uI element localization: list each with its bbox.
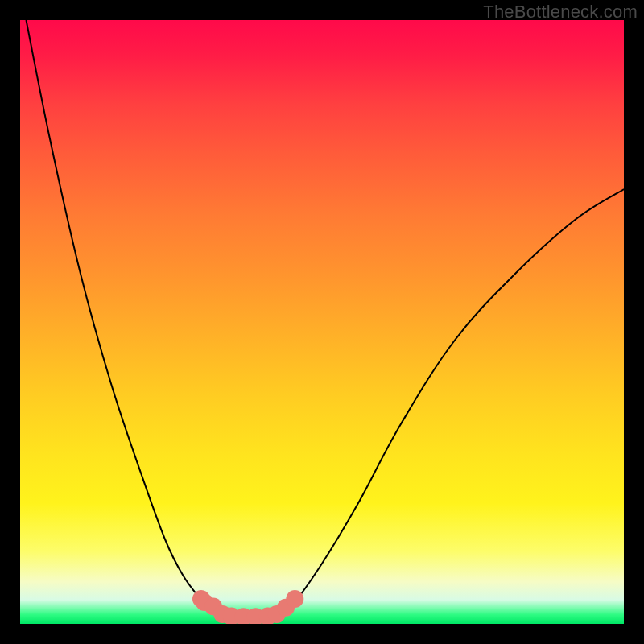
watermark-text: TheBottleneck.com [483, 2, 638, 23]
data-marker [286, 590, 303, 608]
bottleneck-curve-svg [20, 20, 624, 624]
bottleneck-curve [27, 20, 625, 622]
data-markers [192, 590, 303, 624]
chart-plot-area [20, 20, 624, 624]
